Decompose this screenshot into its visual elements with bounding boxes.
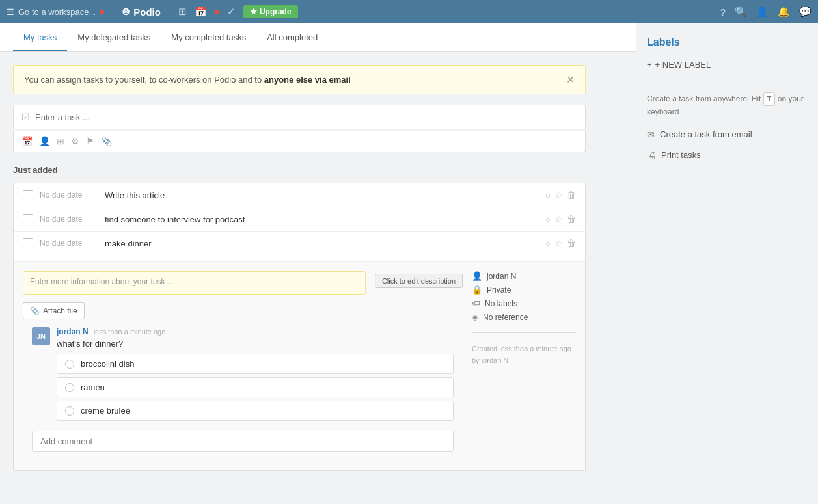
toolbar-calendar-icon[interactable]: 📅 [21, 136, 33, 146]
poll-option-2[interactable]: ramen [57, 377, 454, 397]
comment-section: JN jordan N less than a minute ago what'… [23, 319, 463, 461]
toolbar-attachment-icon[interactable]: 📎 [101, 136, 112, 146]
content-area: My tasks My delegated tasks My completed… [0, 23, 636, 504]
side-labels-row: 🏷 No labels [472, 298, 576, 308]
star-icon: ★ [250, 7, 257, 16]
workspace-label: Go to a workspace... [18, 7, 96, 17]
task-1-title: Write this article [105, 191, 539, 200]
task-1-delete-icon[interactable]: 🗑 [567, 190, 576, 200]
edit-description-button[interactable]: Click to edit description [375, 274, 463, 288]
task-row: No due date Write this article ○ ☆ 🗑 [14, 183, 585, 207]
tab-completed[interactable]: My completed tasks [161, 23, 256, 51]
podio-logo[interactable]: ⊛ Podio [112, 6, 170, 18]
description-placeholder: Enter more information about your task .… [30, 277, 174, 286]
task-1-checkbox[interactable] [23, 190, 33, 200]
assignee-value: jordan N [487, 272, 516, 281]
tag-icon: 🏷 [472, 298, 480, 308]
task-expand-area: Enter more information about your task .… [14, 261, 585, 470]
poll-option-1[interactable]: broccolini dish [57, 354, 454, 374]
task-1-due: No due date [40, 191, 98, 200]
content-inner: You can assign tasks to yourself, to co-… [0, 52, 599, 484]
comment-item: JN jordan N less than a minute ago what'… [32, 327, 454, 424]
task-2-actions: ○ ☆ 🗑 [545, 214, 576, 224]
assignee-icon: 👤 [472, 271, 482, 281]
poll-option-3[interactable]: creme brulee [57, 401, 454, 421]
task-3-checkbox[interactable] [23, 238, 33, 248]
poll-option-2-label: ramen [81, 382, 105, 392]
alert-close-button[interactable]: ✕ [566, 73, 575, 86]
comment-author[interactable]: jordan N [57, 327, 89, 336]
add-comment-input[interactable] [32, 431, 454, 452]
right-sidebar: Labels + + NEW LABEL Create a task from … [636, 23, 818, 504]
podio-icon: ⊛ [122, 6, 130, 18]
attach-file-button[interactable]: 📎 Attach file [23, 302, 85, 319]
task-2-delete-icon[interactable]: 🗑 [567, 214, 576, 224]
tabs-bar: My tasks My delegated tasks My completed… [0, 23, 636, 52]
task-1-star-icon[interactable]: ☆ [554, 190, 563, 200]
create-from-email-action[interactable]: ✉ Create a task from email [647, 127, 808, 142]
sidebar-divider-1 [647, 83, 808, 83]
sidebar-hint: Create a task from anywhere: Hit T on yo… [647, 92, 808, 118]
poll-radio-1[interactable] [65, 360, 74, 369]
user-icon[interactable]: 👤 [756, 6, 769, 18]
task-3-status-icon[interactable]: ○ [545, 238, 551, 248]
labels-title: Labels [647, 36, 808, 48]
reference-icon: ◈ [472, 312, 478, 322]
reference-value: No reference [483, 313, 528, 322]
poll-radio-3[interactable] [65, 406, 74, 416]
task-2-due: No due date [40, 215, 98, 224]
task-side-info: 👤 jordan N 🔒 Private 🏷 No labels [472, 271, 576, 461]
grid-nav-icon[interactable]: ⊞ [178, 6, 187, 18]
task-2-star-icon[interactable]: ☆ [554, 214, 563, 224]
top-navigation: ☰ Go to a workspace... ⊛ Podio ⊞ 📅 ✓ ★ U… [0, 0, 818, 23]
tasks-nav-icon[interactable]: ✓ [227, 6, 236, 18]
calendar-notification-dot [215, 10, 219, 14]
upgrade-button[interactable]: ★ Upgrade [243, 5, 298, 18]
task-2-checkbox[interactable] [23, 214, 33, 224]
lock-icon: 🔒 [472, 285, 482, 295]
calendar-nav-icon[interactable]: 📅 [195, 6, 207, 18]
poll-option-3-label: creme brulee [81, 406, 130, 416]
hamburger-icon: ☰ [7, 7, 14, 17]
tab-all-completed[interactable]: All completed [256, 23, 328, 51]
search-icon[interactable]: 🔍 [735, 6, 747, 18]
notifications-icon[interactable]: 🔔 [778, 6, 790, 18]
alert-text: You can assign tasks to yourself, to co-… [24, 75, 351, 85]
task-3-star-icon[interactable]: ☆ [554, 238, 563, 248]
tab-my-tasks[interactable]: My tasks [13, 23, 67, 51]
side-assignee-row: 👤 jordan N [472, 271, 576, 281]
side-reference-row: ◈ No reference [472, 312, 576, 322]
poll-radio-2[interactable] [65, 383, 74, 392]
help-icon[interactable]: ? [720, 7, 726, 18]
task-3-title: make dinner [105, 239, 539, 248]
side-divider [472, 332, 576, 333]
expand-top: Enter more information about your task .… [23, 271, 463, 295]
created-info: Created less than a minute ago by jordan… [472, 343, 576, 366]
tab-delegated[interactable]: My delegated tasks [67, 23, 161, 51]
toolbar-grid-icon[interactable]: ⊞ [57, 136, 64, 146]
comment-header: jordan N less than a minute ago [57, 327, 454, 336]
messages-icon[interactable]: 💬 [799, 6, 811, 18]
workspace-selector[interactable]: ☰ Go to a workspace... [7, 7, 104, 17]
toolbar-flag-icon[interactable]: ⚑ [86, 136, 94, 146]
task-row-expanded: No due date make dinner ○ ☆ 🗑 [14, 232, 585, 470]
keyboard-shortcut: T [763, 92, 776, 106]
task-input-row: ☑ [13, 105, 586, 129]
task-1-status-icon[interactable]: ○ [545, 190, 551, 200]
new-label-button[interactable]: + + NEW LABEL [647, 57, 808, 72]
create-from-email-label: Create a task from email [660, 129, 752, 139]
task-3-delete-icon[interactable]: 🗑 [567, 238, 576, 248]
toolbar-gear-icon[interactable]: ⚙ [71, 136, 79, 146]
print-tasks-action[interactable]: 🖨 Print tasks [647, 148, 808, 163]
description-input[interactable]: Enter more information about your task .… [23, 271, 366, 295]
task-check-icon: ☑ [21, 112, 30, 122]
task-3-due: No due date [40, 239, 98, 248]
main-layout: My tasks My delegated tasks My completed… [0, 23, 818, 504]
alert-banner: You can assign tasks to yourself, to co-… [13, 65, 586, 94]
task-2-status-icon[interactable]: ○ [545, 214, 551, 224]
topnav-right-icons: ? 🔍 👤 🔔 💬 [720, 6, 811, 18]
toolbar-person-icon[interactable]: 👤 [39, 136, 50, 146]
email-icon: ✉ [647, 129, 655, 140]
task-input[interactable] [35, 113, 577, 122]
print-tasks-label: Print tasks [661, 150, 701, 160]
